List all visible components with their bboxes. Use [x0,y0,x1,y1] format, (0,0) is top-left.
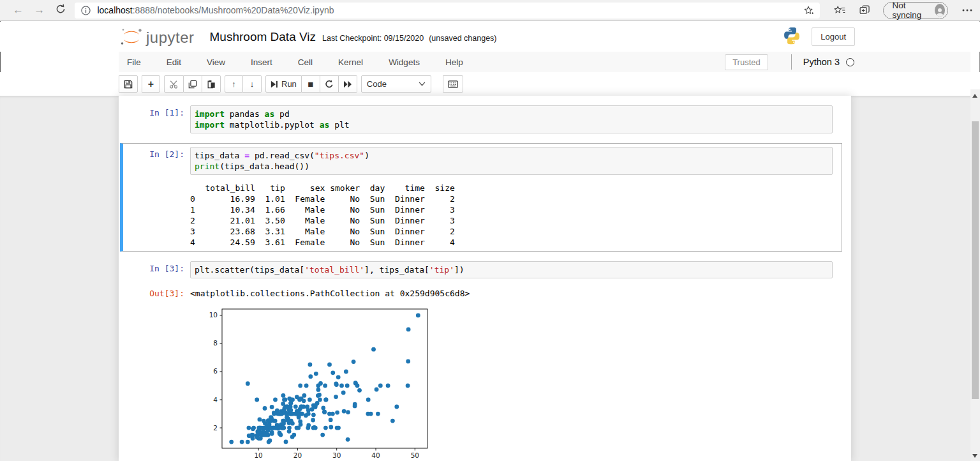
cell-type-select[interactable]: Code [361,75,431,93]
move-cell-up-button[interactable]: ↑ [225,75,243,93]
cell-type-value: Code [367,79,419,89]
menu-widgets[interactable]: Widgets [380,57,428,67]
logout-button[interactable]: Logout [812,27,855,46]
unsaved-changes-label: (unsaved changes) [429,34,496,43]
notebook-title[interactable]: Mushroom Data Viz [210,30,316,44]
python-logo [782,26,801,48]
cut-cell-button[interactable] [164,75,184,93]
favorites-bar-icon[interactable] [834,5,845,15]
forward-icon[interactable]: → [29,4,50,17]
svg-text:10: 10 [254,451,262,459]
code-input[interactable]: tips_data = pd.read_csv("tips.csv")print… [190,147,833,175]
browser-menu-icon[interactable] [962,9,972,11]
svg-text:8: 8 [213,339,218,347]
input-prompt: In [2]: [126,147,190,175]
scroll-down-arrow[interactable] [972,454,977,458]
input-prompt: In [3]: [126,261,190,278]
svg-text:2: 2 [213,424,218,432]
notebook-menubar: File Edit View Insert Cell Kernel Widget… [119,52,970,72]
browser-toolbar: ← → localhost:8888/notebooks/Mushroom%20… [0,0,980,21]
run-button[interactable]: Run [265,75,302,93]
paste-cell-button[interactable] [202,75,221,93]
url-host: localhost [97,5,132,15]
menu-divider [791,54,792,70]
notebook-toolbar: + ↑ ↓ Run ■ [0,72,980,96]
vertical-scrollbar[interactable] [970,89,980,461]
svg-text:4: 4 [213,396,218,404]
svg-text:50: 50 [411,451,419,459]
jupyter-logo[interactable]: jupyter [119,27,195,47]
svg-text:10: 10 [209,311,218,319]
menu-edit[interactable]: Edit [158,57,189,67]
output-prompt: Out[3]: [126,288,190,299]
menu-view[interactable]: View [198,57,234,67]
address-bar[interactable]: localhost:8888/notebooks/Mushroom%20Data… [75,3,820,19]
move-cell-down-button[interactable]: ↓ [243,75,262,93]
save-button[interactable] [119,75,138,93]
restart-kernel-button[interactable] [320,75,339,93]
cell-2-text-output: total_bill tip sex smoker day time size … [190,183,455,248]
menu-insert[interactable]: Insert [242,57,281,67]
scrollbar-thumb[interactable] [972,121,979,399]
copy-cell-button[interactable] [184,75,202,93]
restart-run-all-button[interactable] [339,75,357,93]
repr-output: <matplotlib.collections.PathCollection a… [190,288,470,299]
input-prompt: In [1]: [126,105,190,133]
code-input[interactable]: plt.scatter(tips_data['total_bill'], tip… [190,261,833,278]
interrupt-kernel-button[interactable]: ■ [302,75,320,93]
code-cell-1[interactable]: In [1]: import pandas as pdimport matplo… [120,102,842,137]
checkpoint-status: Last Checkpoint: 09/15/2020 [322,34,424,43]
avatar [935,4,945,17]
add-favorite-star-icon[interactable] [803,5,813,15]
collections-icon[interactable] [859,5,870,16]
profile-button[interactable]: Not syncing [883,2,948,19]
url-path: :8888/notebooks/Mushroom%20Data%20Viz.ip… [133,5,334,15]
sync-status-label: Not syncing [892,1,928,20]
code-input[interactable]: import pandas as pdimport matplotlib.pyp… [190,105,833,133]
run-button-label: Run [281,79,297,89]
notebook-header: jupyter Mushroom Data Viz Last Checkpoin… [0,22,980,52]
scroll-up-arrow[interactable] [972,94,977,98]
jupyter-logo-text: jupyter [146,29,195,47]
browser-window: ← → localhost:8888/notebooks/Mushroom%20… [0,0,980,461]
reload-icon[interactable] [50,4,71,17]
svg-text:40: 40 [371,451,380,459]
notebook-scroll-area: In [1]: import pandas as pdimport matplo… [0,96,970,461]
menu-cell[interactable]: Cell [290,57,321,67]
menu-kernel[interactable]: Kernel [330,57,371,67]
back-icon[interactable]: ← [8,4,29,17]
trusted-badge: Trusted [725,54,768,70]
code-cell-3[interactable]: In [3]: plt.scatter(tips_data['total_bil… [120,257,842,282]
chevron-down-icon [419,82,426,86]
code-cell-2-selected[interactable]: In [2]: tips_data = pd.read_csv("tips.cs… [120,143,842,252]
cell-3-output-row: Out[3]: <matplotlib.collections.PathColl… [120,288,842,299]
site-info-icon[interactable] [81,6,91,15]
command-palette-button[interactable] [443,75,463,93]
notebook-container: In [1]: import pandas as pdimport matplo… [119,96,851,461]
kernel-idle-indicator [846,58,854,66]
scatter-plot-image: 1020304050246810 [203,303,851,461]
insert-cell-button[interactable]: + [142,75,160,93]
menu-help[interactable]: Help [437,57,471,67]
kernel-name: Python 3 [803,57,840,67]
svg-text:30: 30 [332,451,341,459]
svg-text:20: 20 [293,451,302,459]
svg-text:6: 6 [213,367,218,375]
output-prompt-spacer [126,183,190,248]
url-text[interactable]: localhost:8888/notebooks/Mushroom%20Data… [97,5,798,15]
menu-file[interactable]: File [119,57,149,67]
